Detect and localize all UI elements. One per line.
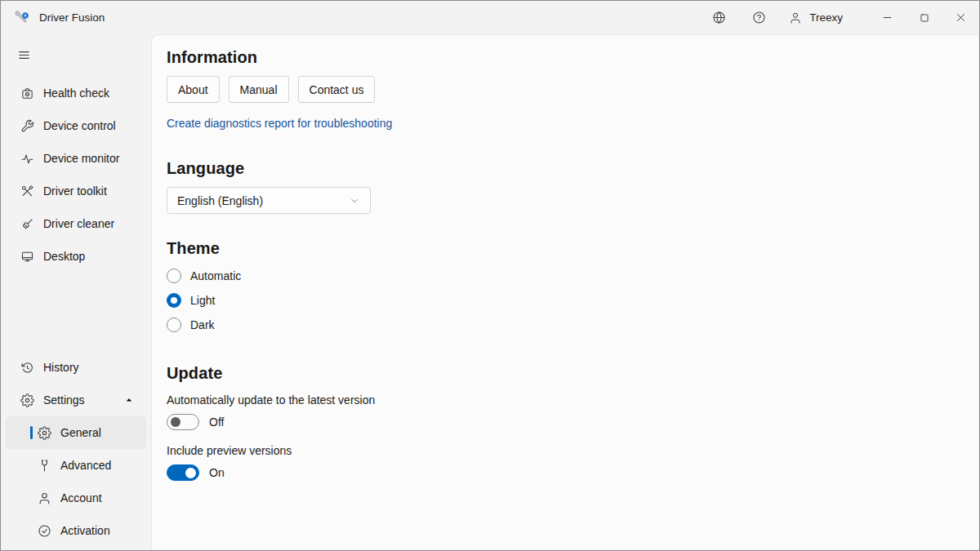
driver-toolkit-icon	[20, 184, 34, 198]
sidebar-item-label: General	[60, 426, 101, 439]
toggle-off-icon	[167, 414, 199, 430]
sidebar-item-label: Account	[60, 491, 102, 504]
close-icon[interactable]	[942, 1, 979, 34]
toggle-state-label: On	[209, 466, 225, 479]
app-logo-icon	[14, 10, 30, 26]
titlebar: Driver Fusion Treexy	[1, 1, 979, 34]
sidebar-item-label: Settings	[43, 393, 85, 407]
activation-check-icon	[38, 524, 51, 538]
contact-us-button[interactable]: Contact us	[298, 76, 376, 103]
account-button[interactable]: Treexy	[781, 4, 851, 32]
chevron-down-icon	[349, 195, 360, 207]
hamburger-menu-icon[interactable]	[7, 41, 40, 69]
information-section: Information About Manual Contact us Crea…	[167, 48, 959, 131]
minimize-icon[interactable]	[869, 1, 906, 34]
maximize-icon[interactable]	[906, 1, 942, 34]
radio-label: Light	[190, 294, 215, 307]
sidebar-item-history[interactable]: History	[6, 351, 146, 384]
user-icon	[789, 11, 802, 24]
sidebar-item-label: Driver cleaner	[43, 217, 114, 230]
about-button[interactable]: About	[167, 76, 220, 103]
account-person-icon	[38, 491, 51, 505]
sidebar-item-label: History	[43, 361, 79, 374]
settings-general-page: Information About Manual Contact us Crea…	[151, 34, 978, 549]
app-window: Driver Fusion Treexy	[0, 0, 980, 551]
desktop-icon	[20, 250, 34, 264]
account-name: Treexy	[809, 11, 843, 24]
language-section: Language English (English)	[167, 159, 959, 214]
sidebar-item-device-control[interactable]: Device control	[6, 109, 146, 142]
theme-radio-automatic[interactable]: Automatic	[167, 264, 959, 288]
theme-radio-light[interactable]: Light	[167, 288, 959, 313]
auto-update-toggle[interactable]: Off	[167, 414, 959, 430]
sidebar-item-label: Device control	[43, 119, 116, 132]
toggle-on-icon	[167, 464, 199, 481]
selection-indicator	[30, 426, 33, 439]
theme-radio-dark[interactable]: Dark	[167, 313, 959, 337]
sidebar-item-account[interactable]: Account	[6, 482, 146, 514]
settings-gear-icon	[20, 393, 34, 407]
radio-unselected-icon	[167, 318, 181, 332]
window-caption-buttons	[869, 1, 979, 34]
health-check-icon	[20, 87, 34, 100]
radio-label: Automatic	[190, 269, 241, 282]
toggle-state-label: Off	[209, 415, 224, 429]
device-control-icon	[20, 119, 34, 133]
sidebar-item-health-check[interactable]: Health check	[6, 77, 146, 109]
driver-cleaner-icon	[20, 217, 34, 231]
language-heading: Language	[167, 159, 959, 178]
app-title: Driver Fusion	[39, 11, 105, 24]
radio-unselected-icon	[167, 269, 181, 283]
sidebar-item-label: Driver toolkit	[43, 184, 107, 198]
update-section: Update Automatically update to the lates…	[167, 364, 959, 481]
sidebar: Health check Device control Device monit…	[1, 34, 151, 549]
sidebar-item-driver-cleaner[interactable]: Driver cleaner	[6, 207, 146, 240]
radio-label: Dark	[190, 318, 215, 331]
diagnostics-report-link[interactable]: Create diagnostics report for troublesho…	[167, 117, 392, 130]
auto-update-label: Automatically update to the latest versi…	[167, 393, 959, 407]
sidebar-item-label: Activation	[60, 524, 110, 537]
manual-button[interactable]: Manual	[229, 76, 289, 103]
sidebar-item-label: Device monitor	[43, 152, 119, 165]
globe-icon[interactable]	[702, 4, 735, 32]
sidebar-item-advanced[interactable]: Advanced	[6, 449, 146, 482]
sidebar-item-label: Health check	[43, 87, 109, 100]
sidebar-item-driver-toolkit[interactable]: Driver toolkit	[6, 175, 146, 207]
radio-selected-icon	[167, 293, 181, 308]
preview-versions-label: Include preview versions	[167, 444, 959, 457]
history-icon	[20, 361, 34, 375]
sidebar-bottom-nav: History Settings General	[1, 351, 151, 547]
sidebar-item-desktop[interactable]: Desktop	[6, 240, 146, 273]
language-selected-value: English (English)	[177, 194, 263, 207]
sidebar-item-settings[interactable]: Settings	[6, 384, 146, 416]
chevron-up-icon	[123, 394, 135, 406]
sidebar-nav: Health check Device control Device monit…	[1, 77, 151, 273]
sidebar-item-general[interactable]: General	[6, 416, 146, 449]
preview-versions-toggle[interactable]: On	[167, 464, 959, 481]
sidebar-item-activation[interactable]: Activation	[6, 514, 146, 547]
sidebar-item-label: Advanced	[60, 459, 111, 472]
theme-heading: Theme	[167, 239, 959, 258]
advanced-wrench-icon	[38, 459, 51, 473]
device-monitor-icon	[20, 152, 34, 166]
update-heading: Update	[167, 364, 959, 383]
general-gear-icon	[38, 426, 51, 440]
sidebar-item-device-monitor[interactable]: Device monitor	[6, 142, 146, 175]
language-dropdown[interactable]: English (English)	[167, 187, 371, 214]
information-heading: Information	[167, 48, 959, 67]
help-icon[interactable]	[742, 4, 775, 32]
sidebar-item-label: Desktop	[43, 250, 85, 263]
theme-section: Theme Automatic Light Dark	[167, 239, 959, 337]
